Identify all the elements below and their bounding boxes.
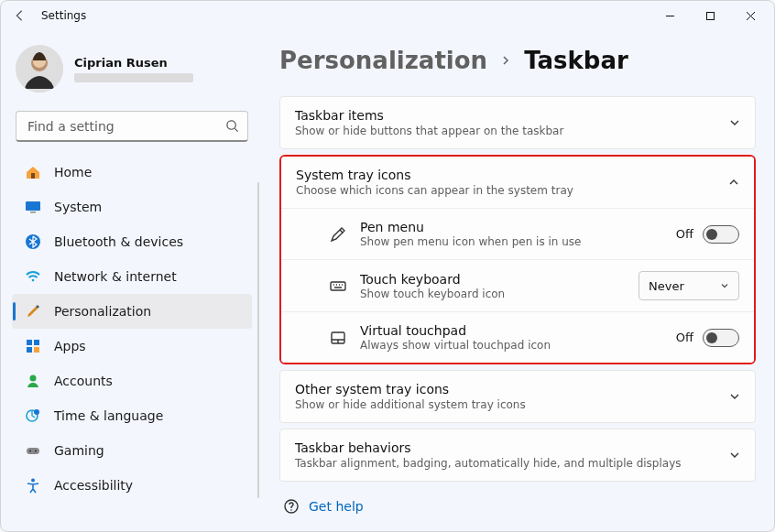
- svg-rect-17: [27, 448, 39, 454]
- help-label: Get help: [309, 499, 364, 514]
- search-input[interactable]: [16, 111, 248, 142]
- sidebar-item-label: System: [54, 200, 102, 214]
- svg-point-18: [29, 451, 31, 452]
- sidebar-item-accessibility[interactable]: Accessibility: [12, 468, 252, 503]
- search-icon: [225, 119, 239, 136]
- globe-clock-icon: [25, 407, 41, 424]
- dropdown-value: Never: [649, 279, 684, 293]
- touchpad-icon: [329, 329, 347, 347]
- titlebar: Settings: [1, 1, 774, 30]
- home-icon: [25, 164, 41, 180]
- sidebar-item-gaming[interactable]: Gaming: [12, 433, 252, 468]
- svg-point-14: [30, 375, 37, 382]
- sidebar-item-label: Accessibility: [54, 478, 133, 493]
- toggle-virtual-touchpad[interactable]: [703, 329, 739, 347]
- svg-point-19: [35, 451, 37, 452]
- account-name: Ciprian Rusen: [74, 56, 193, 70]
- svg-rect-11: [34, 340, 39, 345]
- setting-subtitle: Show pen menu icon when pen is in use: [360, 235, 663, 248]
- highlight-annotation: System tray icons Choose which icons can…: [279, 155, 756, 364]
- chevron-up-icon: [728, 174, 739, 191]
- chevron-down-icon: [729, 388, 740, 406]
- avatar: [16, 45, 63, 92]
- expander-system-tray-icons: System tray icons Choose which icons can…: [281, 157, 754, 363]
- breadcrumb: Personalization Taskbar: [279, 47, 756, 74]
- expander-title: Taskbar behaviors: [295, 440, 716, 455]
- setting-title: Touch keyboard: [360, 272, 626, 287]
- dropdown-touch-keyboard[interactable]: Never: [639, 271, 739, 300]
- toggle-state-label: Off: [676, 331, 693, 344]
- sidebar-item-label: Bluetooth & devices: [54, 234, 183, 249]
- breadcrumb-parent[interactable]: Personalization: [279, 47, 487, 74]
- svg-rect-0: [706, 12, 714, 19]
- settings-window: Settings Ciprian Rusen: [0, 0, 775, 532]
- svg-rect-5: [31, 173, 35, 179]
- expander-subtitle: Show or hide buttons that appear on the …: [295, 125, 716, 137]
- toggle-state-label: Off: [676, 227, 693, 241]
- setting-row-touch-keyboard: Touch keyboard Show touch keyboard icon …: [281, 259, 754, 311]
- keyboard-icon: [329, 277, 347, 295]
- gamepad-icon: [25, 442, 41, 459]
- system-icon: [25, 199, 41, 215]
- setting-row-pen-menu: Pen menu Show pen menu icon when pen is …: [281, 208, 754, 259]
- expander-taskbar-behaviors[interactable]: Taskbar behaviors Taskbar alignment, bad…: [279, 429, 756, 482]
- chevron-right-icon: [500, 52, 511, 70]
- accessibility-icon: [25, 477, 41, 494]
- expander-taskbar-items[interactable]: Taskbar items Show or hide buttons that …: [279, 96, 756, 149]
- expander-title: Taskbar items: [295, 108, 716, 123]
- sidebar-item-time-language[interactable]: Time & language: [12, 398, 252, 433]
- help-icon: [283, 498, 300, 515]
- svg-point-16: [34, 409, 39, 415]
- minimize-button[interactable]: [649, 1, 690, 30]
- sidebar-item-home[interactable]: Home: [12, 155, 252, 190]
- svg-rect-21: [331, 282, 345, 290]
- sidebar: Ciprian Rusen Home System: [1, 30, 259, 531]
- sidebar-item-apps[interactable]: Apps: [12, 329, 252, 364]
- account-block[interactable]: Ciprian Rusen: [12, 41, 252, 103]
- get-help-link[interactable]: Get help: [279, 487, 756, 515]
- expander-subtitle: Show or hide additional system tray icon…: [295, 398, 716, 411]
- pen-icon: [329, 225, 347, 244]
- maximize-button[interactable]: [690, 1, 730, 30]
- svg-rect-10: [27, 340, 32, 345]
- expander-other-tray-icons[interactable]: Other system tray icons Show or hide add…: [279, 370, 756, 423]
- sidebar-item-label: Home: [54, 165, 92, 179]
- account-email-redacted: [74, 73, 193, 82]
- bluetooth-icon: [25, 233, 41, 250]
- paintbrush-icon: [25, 303, 41, 320]
- setting-title: Virtual touchpad: [360, 323, 663, 338]
- setting-row-virtual-touchpad: Virtual touchpad Always show virtual tou…: [281, 311, 754, 363]
- nav-list: Home System Bluetooth & devices Network …: [12, 155, 252, 503]
- expander-subtitle: Taskbar alignment, badging, automaticall…: [295, 457, 716, 470]
- expander-subtitle: Choose which icons can appear in the sys…: [296, 184, 715, 197]
- svg-rect-6: [26, 201, 40, 211]
- sidebar-item-system[interactable]: System: [12, 190, 252, 224]
- app-title: Settings: [41, 9, 86, 22]
- chevron-down-icon: [729, 114, 740, 132]
- close-button[interactable]: [730, 1, 770, 30]
- svg-point-24: [290, 509, 292, 511]
- svg-point-9: [32, 279, 35, 282]
- expander-title: System tray icons: [296, 168, 715, 182]
- sidebar-item-accounts[interactable]: Accounts: [12, 364, 252, 398]
- back-button[interactable]: [5, 1, 34, 30]
- sidebar-item-network[interactable]: Network & internet: [12, 259, 252, 294]
- setting-subtitle: Always show virtual touchpad icon: [360, 339, 663, 352]
- apps-icon: [25, 338, 41, 354]
- sidebar-item-bluetooth[interactable]: Bluetooth & devices: [12, 224, 252, 259]
- svg-point-20: [31, 479, 35, 483]
- sidebar-item-label: Gaming: [54, 443, 104, 458]
- sidebar-item-label: Accounts: [54, 374, 113, 388]
- setting-subtitle: Show touch keyboard icon: [360, 288, 626, 300]
- expander-header[interactable]: System tray icons Choose which icons can…: [281, 157, 754, 208]
- svg-point-4: [227, 121, 235, 129]
- window-controls: [649, 1, 770, 30]
- svg-rect-12: [27, 347, 32, 353]
- svg-rect-13: [34, 347, 39, 353]
- sidebar-item-personalization[interactable]: Personalization: [12, 294, 252, 329]
- breadcrumb-current: Taskbar: [524, 47, 628, 74]
- svg-rect-7: [30, 212, 36, 213]
- toggle-pen-menu[interactable]: [703, 225, 739, 244]
- sidebar-item-label: Personalization: [54, 304, 151, 319]
- wifi-icon: [25, 268, 41, 285]
